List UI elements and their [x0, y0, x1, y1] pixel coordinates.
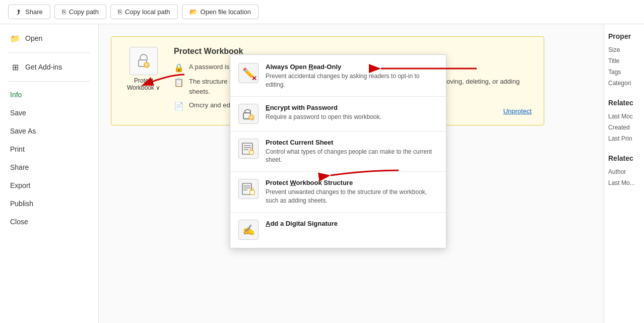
dropdown-item-protect-structure[interactable]: Protect Workbook Structure Prevent unwan… [230, 173, 446, 211]
dropdown-item-encrypt-text: Encrypt with Password Require a password… [266, 104, 438, 121]
dropdown-item-protect-sheet-title: Protect Current Sheet [266, 139, 438, 146]
lock-search-icon [136, 53, 152, 69]
prop-created-label: Created [608, 124, 640, 131]
sidebar-item-publish[interactable]: Publish [0, 195, 98, 213]
related-people-title: Relatec [608, 154, 640, 162]
sidebar-item-save[interactable]: Save [0, 104, 98, 122]
protect-dropdown-menu: ✏️ ✕ Always Open Read-Only Prevent accid… [230, 54, 446, 248]
dropdown-item-digital-sig[interactable]: ✍️ Add a Digital Signature [230, 214, 446, 246]
protect-icon-section: ProtectWorkbook ∨ [123, 47, 164, 115]
prop-last-modified-by-label: Last Mo... [608, 179, 640, 186]
copy-path-icon: ⎘ [62, 8, 66, 16]
dropdown-item-protect-sheet-text: Protect Current Sheet Control what types… [266, 139, 438, 165]
prop-author-label: Author [608, 168, 640, 175]
content-area: ProtectWorkbook ∨ Protect Workbook 🔒 A p… [99, 24, 604, 323]
dropdown-item-protect-sheet-desc: Control what types of changes people can… [266, 148, 438, 165]
sidebar-item-share[interactable]: Share [0, 158, 98, 176]
lock-icon-1: 🔒 [174, 63, 184, 73]
sidebar: 📁 Open ⊞ Get Add-ins Info Save Save As P… [0, 24, 99, 323]
grid-icon: ⊞ [10, 62, 20, 72]
sidebar-item-save-as[interactable]: Save As [0, 122, 98, 140]
copy-path-button[interactable]: ⎘ Copy path [54, 5, 106, 19]
related-title: Relatec [608, 99, 640, 107]
encrypt-icon [238, 104, 259, 124]
prop-tags-label: Tags [608, 69, 640, 76]
open-file-location-button[interactable]: 📂 Open file location [182, 5, 259, 19]
copy-local-path-icon: ⎘ [118, 8, 122, 16]
protect-workbook-button[interactable] [130, 47, 158, 75]
sidebar-item-print[interactable]: Print [0, 140, 98, 158]
prop-last-print-label: Last Prin [608, 135, 640, 142]
dropdown-item-protect-structure-desc: Prevent unwanted changes to the structur… [266, 188, 438, 205]
pencil-x-icon: ✏️ ✕ [238, 63, 259, 83]
dropdown-item-read-only-text: Always Open Read-Only Prevent accidental… [266, 63, 438, 89]
dropdown-divider-4 [230, 212, 446, 213]
svg-rect-12 [249, 151, 253, 154]
dropdown-divider-2 [230, 131, 446, 132]
dropdown-item-protect-structure-text: Protect Workbook Structure Prevent unwan… [266, 179, 438, 205]
dropdown-divider-1 [230, 96, 446, 97]
sidebar-item-add-ins[interactable]: ⊞ Get Add-ins [0, 57, 98, 77]
share-icon: ⮭ [16, 8, 22, 16]
dropdown-item-read-only[interactable]: ✏️ ✕ Always Open Read-Only Prevent accid… [230, 57, 446, 95]
sidebar-divider [8, 52, 90, 53]
folder-open-icon: 📁 [10, 33, 20, 43]
sidebar-item-open[interactable]: 📁 Open [0, 28, 98, 48]
protect-structure-icon [238, 179, 259, 199]
top-toolbar: ⮭ Share ⎘ Copy path ⎘ Copy local path 📂 … [0, 0, 644, 24]
dropdown-item-digital-sig-text: Add a Digital Signature [266, 220, 438, 229]
red-x-icon: ✕ [251, 75, 257, 82]
eye-icon: 📄 [174, 101, 184, 111]
sidebar-item-info[interactable]: Info [0, 86, 98, 104]
dropdown-divider-3 [230, 171, 446, 172]
sheet-lock-icon [241, 141, 256, 156]
prop-title-label: Title [608, 57, 640, 64]
dropdown-item-digital-sig-title: Add a Digital Signature [266, 220, 438, 227]
properties-title: Proper [608, 32, 640, 40]
share-button[interactable]: ⮭ Share [8, 5, 50, 19]
protect-button-label: ProtectWorkbook ∨ [127, 77, 160, 91]
sidebar-divider-2 [8, 81, 90, 82]
dropdown-item-read-only-title: Always Open Read-Only [266, 63, 438, 71]
dropdown-item-protect-sheet[interactable]: Protect Current Sheet Control what types… [230, 133, 446, 171]
table-lock-icon: 📋 [174, 78, 184, 87]
dropdown-item-encrypt[interactable]: Encrypt with Password Require a password… [230, 98, 446, 130]
dropdown-item-protect-structure-title: Protect Workbook Structure [266, 179, 438, 186]
lock-magnify-icon [241, 106, 256, 121]
digital-sig-icon: ✍️ [238, 220, 259, 240]
protect-sheet-icon [238, 139, 259, 159]
main-layout: 📁 Open ⊞ Get Add-ins Info Save Save As P… [0, 24, 644, 323]
properties-panel: Proper Size Title Tags Categori Relatec … [604, 24, 644, 323]
dropdown-item-encrypt-desc: Require a password to open this workbook… [266, 113, 438, 121]
dropdown-item-encrypt-title: Encrypt with Password [266, 104, 438, 111]
folder-icon: 📂 [189, 8, 198, 16]
sidebar-item-close[interactable]: Close [0, 213, 98, 231]
prop-last-mod-label: Last Moc [608, 113, 640, 120]
sidebar-item-export[interactable]: Export [0, 176, 98, 195]
workbook-lock-icon [241, 181, 256, 197]
svg-rect-17 [250, 190, 254, 195]
prop-categories-label: Categori [608, 80, 640, 87]
unprotect-link[interactable]: Unprotect [503, 107, 532, 115]
copy-local-path-button[interactable]: ⎘ Copy local path [110, 5, 178, 19]
dropdown-item-read-only-desc: Prevent accidental changes by asking rea… [266, 72, 438, 89]
prop-size-label: Size [608, 46, 640, 53]
